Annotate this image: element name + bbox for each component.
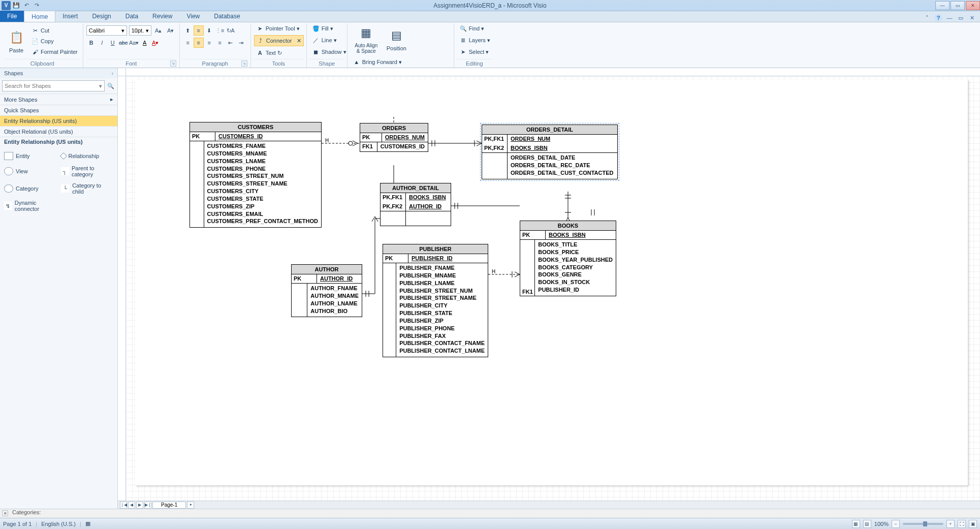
help-icon[interactable]: ?	[934, 14, 942, 22]
find-button[interactable]: 🔍Find ▾	[457, 23, 486, 34]
font-color-icon[interactable]: A▾	[150, 38, 161, 48]
shape-category-to-child[interactable]: └Category to child	[59, 180, 116, 197]
tab-first-icon[interactable]: ❘◀	[120, 502, 127, 509]
bullets-icon[interactable]: ⋮≡	[215, 25, 225, 36]
decrease-indent-icon[interactable]: ⇤	[226, 38, 236, 48]
auto-align-button[interactable]: ▦Auto Align & Space	[351, 23, 382, 55]
entity-orders-detail[interactable]: ORDERS_DETAIL PK,FK1ORDERS_NUM PK,FK2BOO…	[482, 125, 618, 179]
shape-dynamic-connector[interactable]: ↯Dynamic connector	[2, 197, 59, 214]
align-top-icon[interactable]: ⬆	[183, 25, 193, 36]
strike-icon[interactable]: abc	[118, 38, 129, 48]
tab-insert[interactable]: Insert	[55, 11, 85, 22]
align-middle-icon[interactable]: ≡	[194, 25, 204, 36]
view-full-icon[interactable]: ▦	[852, 520, 860, 528]
text-tool[interactable]: AText ↻	[254, 48, 284, 58]
chevron-down-icon[interactable]: ▾	[99, 83, 102, 89]
save-icon[interactable]: 💾	[12, 1, 21, 10]
tab-view[interactable]: View	[179, 11, 207, 22]
collapse-icon[interactable]: ‹	[112, 71, 113, 76]
underline-icon[interactable]: U	[108, 38, 118, 48]
close-button[interactable]: ✕	[966, 1, 980, 10]
fit-window-icon[interactable]: ⛶	[958, 520, 966, 528]
new-page-icon[interactable]: ✦	[187, 502, 194, 509]
zoom-level[interactable]: 100%	[874, 521, 889, 527]
shrink-font-icon[interactable]: A▾	[166, 25, 176, 36]
shapes-search-input[interactable]: Search for Shapes▾	[2, 80, 105, 91]
entity-author[interactable]: AUTHOR PKAUTHOR_ID AUTHOR_FNAMEAUTHOR_MN…	[291, 264, 362, 317]
search-icon[interactable]: 🔍	[106, 80, 115, 91]
cut-button[interactable]: ✂Cut	[29, 25, 80, 36]
font-name-combo[interactable]: Calibri▾	[86, 25, 127, 36]
pointer-tool[interactable]: ➤Pointer Tool ▾	[254, 23, 302, 34]
win-min-icon[interactable]: —	[945, 14, 954, 22]
undo-icon[interactable]: ↶	[22, 1, 31, 10]
page-tab-1[interactable]: Page-1	[152, 502, 186, 509]
tab-design[interactable]: Design	[85, 11, 118, 22]
increase-indent-icon[interactable]: ⇥	[236, 38, 246, 48]
tab-prev-icon[interactable]: ◀	[128, 502, 135, 509]
section-object-relational[interactable]: Object Relational (US units)	[0, 126, 117, 137]
app-logo[interactable]: V	[2, 1, 11, 10]
shape-parent-to-category[interactable]: ┐Parent to category	[59, 163, 116, 180]
full-screen-icon[interactable]: ▣	[969, 520, 977, 528]
tab-data[interactable]: Data	[118, 11, 145, 22]
paste-button[interactable]: 📋Paste	[5, 28, 27, 55]
shapes-panel-title[interactable]: Shapes‹	[0, 68, 117, 78]
restore-button[interactable]: ▭	[951, 1, 965, 10]
select-button[interactable]: ➤Select ▾	[457, 47, 491, 57]
entity-customers[interactable]: CUSTOMERS PKCUSTOMERS_ID CUSTOMERS_FNAME…	[189, 122, 322, 228]
minimize-button[interactable]: —	[935, 1, 950, 10]
align-left-icon[interactable]: ≡	[183, 38, 193, 48]
zoom-slider[interactable]	[903, 523, 943, 525]
justify-icon[interactable]: ≡	[215, 38, 225, 48]
drawing-surface[interactable]: H H	[126, 76, 980, 501]
zoom-in-icon[interactable]: +	[946, 520, 955, 528]
shape-category[interactable]: Category	[2, 180, 59, 197]
shape-view[interactable]: View	[2, 163, 59, 180]
entity-orders[interactable]: ORDERS PKORDERS_NUM FK1CUSTOMERS_ID	[360, 123, 428, 152]
tab-database[interactable]: Database	[207, 11, 247, 22]
layers-button[interactable]: ≣Layers ▾	[457, 35, 492, 45]
section-quick-shapes[interactable]: Quick Shapes	[0, 105, 117, 115]
section-more-shapes[interactable]: More Shapes▸	[0, 94, 117, 105]
align-bottom-icon[interactable]: ⬇	[204, 25, 214, 36]
entity-author-detail[interactable]: AUTHOR_DETAIL PK,FK1BOOKS_ISBN PK,FK2AUT…	[380, 183, 451, 226]
tab-home[interactable]: Home	[24, 11, 55, 22]
shadow-button[interactable]: ◼Shadow ▾	[310, 47, 349, 57]
format-painter-button[interactable]: 🖌Format Painter	[29, 47, 80, 57]
shape-entity[interactable]: Entity	[2, 149, 59, 163]
tab-review[interactable]: Review	[145, 11, 179, 22]
tab-last-icon[interactable]: ▶❘	[144, 502, 151, 509]
status-language[interactable]: English (U.S.)	[41, 521, 76, 527]
font-launcher-icon[interactable]: ↘	[170, 60, 176, 67]
entity-books[interactable]: BOOKS PKBOOKS_ISBN FK1 BOOKS_TITLEBOOKS_…	[520, 221, 616, 296]
rotate-text-icon[interactable]: ↻A	[226, 25, 236, 36]
align-right-icon[interactable]: ≡	[204, 38, 214, 48]
macro-icon[interactable]: ▦	[85, 520, 90, 527]
bring-forward-button[interactable]: ▲Bring Forward ▾	[351, 57, 408, 67]
line-button[interactable]: ／Line ▾	[310, 35, 339, 45]
position-button[interactable]: ▤Position	[384, 26, 409, 53]
bold-icon[interactable]: B	[86, 38, 97, 48]
paragraph-launcher-icon[interactable]: ↘	[241, 60, 247, 67]
italic-icon[interactable]: I	[97, 38, 107, 48]
case-icon[interactable]: Aa▾	[129, 38, 139, 48]
win-close-icon[interactable]: ✕	[968, 14, 976, 22]
close-categories-icon[interactable]: ✕	[2, 510, 8, 516]
connector-tool[interactable]: ⤴Connector✕	[254, 35, 304, 46]
shape-relationship[interactable]: Relationship	[59, 149, 116, 163]
font-size-combo[interactable]: 10pt.▾	[129, 25, 151, 36]
section-entity-relationship[interactable]: Entity Relationship (US units)	[0, 115, 117, 126]
zoom-out-icon[interactable]: −	[892, 520, 900, 528]
redo-icon[interactable]: ↷	[32, 1, 41, 10]
fill-button[interactable]: 🪣Fill ▾	[310, 23, 335, 34]
highlight-icon[interactable]: A	[140, 38, 150, 48]
win-restore-icon[interactable]: ▭	[957, 14, 965, 22]
tab-file[interactable]: File	[0, 11, 24, 22]
grow-font-icon[interactable]: A▴	[153, 25, 164, 36]
align-center-icon[interactable]: ≡	[194, 38, 204, 48]
view-pages-icon[interactable]: ▤	[863, 520, 871, 528]
tab-next-icon[interactable]: ▶	[136, 502, 143, 509]
minimize-ribbon-icon[interactable]: ˄	[923, 14, 931, 22]
copy-button[interactable]: 📄Copy	[29, 36, 80, 46]
